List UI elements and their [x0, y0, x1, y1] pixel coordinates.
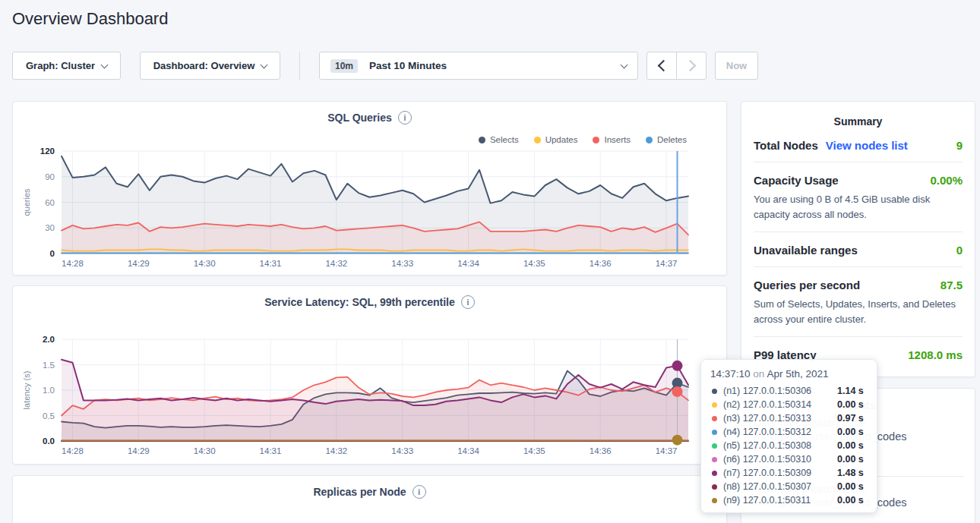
- tooltip-row: (n6) 127.0.0.1:503100.00 s: [710, 452, 868, 466]
- tooltip-color-dot-icon: [712, 484, 717, 490]
- tooltip-value: 0.00 s: [837, 454, 864, 465]
- x-tick-label: 14:35: [523, 446, 545, 455]
- x-tick-label: 14:35: [523, 259, 545, 268]
- x-tick-label: 14:29: [128, 446, 150, 455]
- tooltip-row: (n3) 127.0.0.1:503130.97 s: [710, 411, 868, 425]
- tooltip-value: 1.14 s: [837, 386, 864, 396]
- summary-row-capacity-usage: Capacity Usage 0.00% You are using 0 B o…: [754, 162, 963, 232]
- tooltip-color-dot-icon: [712, 443, 717, 449]
- metrics-page: Overview Dashboard Graph: Cluster Dashbo…: [0, 0, 980, 523]
- highlight-dot: [672, 386, 683, 397]
- tooltip-value: 0.00 s: [837, 427, 864, 437]
- tooltip-row: (n4) 127.0.0.1:503120.00 s: [710, 425, 868, 439]
- tooltip-value: 0.00 s: [837, 399, 864, 410]
- chart-title: Replicas per Node: [313, 486, 406, 498]
- page-title: Overview Dashboard: [12, 9, 168, 29]
- x-tick-label: 14:33: [391, 259, 413, 268]
- x-tick-label: 14:31: [260, 446, 282, 455]
- summary-value: 1208.0 ms: [908, 348, 963, 361]
- y-tick-label: 0.0: [43, 436, 55, 446]
- summary-row-unavailable-ranges: Unavailable ranges 0: [754, 232, 963, 266]
- chevron-left-icon: [657, 60, 669, 72]
- summary-row-queries-per-second: Queries per second 87.5 Sum of Selects, …: [754, 266, 963, 336]
- chevron-down-icon: [101, 61, 109, 68]
- y-tick-label: 90: [45, 172, 55, 181]
- y-tick-label: 30: [45, 223, 55, 232]
- tooltip-color-dot-icon: [712, 471, 717, 476]
- summary-card: Summary Total Nodes View nodes list 9 Ca…: [741, 101, 975, 377]
- y-tick-label: 120: [40, 147, 55, 156]
- tooltip-color-dot-icon: [712, 457, 717, 462]
- x-tick-label: 14:37: [656, 446, 678, 455]
- sql-queries-chart[interactable]: 030609012014:2814:2914:3014:3114:3214:33…: [13, 102, 728, 276]
- view-nodes-link[interactable]: View nodes list: [826, 139, 908, 152]
- tooltip-color-dot-icon: [712, 402, 717, 408]
- summary-label: Total Nodes: [754, 139, 818, 152]
- chart-title-row: Replicas per Node i: [13, 485, 726, 499]
- tooltip-preposition: on: [753, 368, 764, 380]
- tooltip-node-label: (n2) 127.0.0.1:50314: [723, 399, 837, 410]
- tooltip-value: 0.00 s: [837, 440, 864, 451]
- summary-body: Total Nodes View nodes list 9 Capacity U…: [741, 128, 975, 371]
- chevron-down-icon: [621, 61, 628, 68]
- tooltip-node-label: (n9) 127.0.0.1:50311: [723, 495, 837, 506]
- now-button[interactable]: Now: [715, 52, 758, 80]
- summary-value: 9: [956, 139, 963, 152]
- tooltip-value: 0.00 s: [837, 495, 864, 506]
- highlight-dot: [672, 361, 683, 371]
- tooltip-color-dot-icon: [712, 498, 717, 503]
- graph-selector-button[interactable]: Graph: Cluster: [12, 52, 121, 80]
- y-tick-label: 2.0: [43, 335, 55, 344]
- tooltip-row: (n8) 127.0.0.1:503070.00 s: [710, 480, 868, 493]
- x-tick-label: 14:28: [62, 259, 84, 268]
- tooltip-rows: (n1) 127.0.0.1:503061.14 s(n2) 127.0.0.1…: [710, 384, 868, 507]
- dashboard-selector-button[interactable]: Dashboard: Overview: [140, 52, 280, 80]
- x-tick-label: 14:32: [325, 446, 347, 455]
- summary-row-total-nodes: Total Nodes View nodes list 9: [754, 128, 963, 162]
- tooltip-color-dot-icon: [712, 389, 717, 394]
- time-range-label: Past 10 Minutes: [369, 60, 447, 71]
- x-tick-label: 14:37: [656, 259, 678, 268]
- service-latency-chart[interactable]: 0.00.51.01.52.014:2814:2914:3014:3114:32…: [13, 286, 728, 465]
- tooltip-row: (n9) 127.0.0.1:503110.00 s: [710, 493, 868, 507]
- x-tick-label: 14:32: [325, 259, 347, 268]
- tooltip-value: 0.97 s: [837, 413, 864, 424]
- summary-label: Capacity Usage: [754, 174, 839, 187]
- tooltip-row: (n7) 127.0.0.1:503091.48 s: [710, 466, 868, 480]
- tooltip-node-label: (n4) 127.0.0.1:50312: [723, 427, 837, 437]
- tooltip-node-label: (n8) 127.0.0.1:50307: [723, 481, 837, 492]
- x-tick-label: 14:34: [457, 259, 479, 268]
- tooltip-row: (n5) 127.0.0.1:503080.00 s: [710, 439, 868, 452]
- tooltip-node-label: (n6) 127.0.0.1:50310: [723, 454, 837, 465]
- tooltip-row: (n1) 127.0.0.1:503061.14 s: [710, 384, 868, 398]
- summary-description: You are using 0 B of 4.5 GiB usable disk…: [754, 192, 963, 222]
- y-tick-label: 0: [50, 249, 55, 258]
- x-tick-label: 14:28: [62, 446, 84, 455]
- tooltip-title: 14:37:10 on Apr 5th, 2021: [710, 368, 868, 380]
- replicas-per-node-card: Replicas per Node i: [12, 475, 727, 523]
- time-range-button[interactable]: 10m Past 10 Minutes: [319, 52, 638, 80]
- info-icon[interactable]: i: [413, 485, 426, 499]
- y-axis-unit-label: latency (s): [22, 371, 31, 410]
- summary-value: 0: [956, 244, 963, 257]
- x-tick-label: 14:30: [194, 446, 216, 455]
- tooltip-node-label: (n3) 127.0.0.1:50313: [723, 413, 837, 424]
- x-tick-label: 14:36: [590, 259, 612, 268]
- x-tick-label: 14:30: [194, 259, 216, 268]
- service-latency-card: Service Latency: SQL, 99th percentile i …: [12, 285, 727, 465]
- tooltip-value: 0.00 s: [837, 481, 864, 492]
- next-interval-button[interactable]: [676, 52, 707, 80]
- chevron-down-icon: [261, 61, 268, 68]
- tooltip-node-label: (n5) 127.0.0.1:50308: [723, 440, 837, 451]
- summary-label: Queries per second: [754, 279, 860, 291]
- chevron-right-icon: [684, 60, 696, 72]
- prev-interval-button[interactable]: [646, 52, 677, 80]
- y-axis-unit-label: queries: [22, 188, 31, 216]
- hover-tooltip: 14:37:10 on Apr 5th, 2021 (n1) 127.0.0.1…: [700, 359, 877, 513]
- tooltip-value: 1.48 s: [837, 468, 864, 478]
- x-tick-label: 14:36: [590, 446, 612, 455]
- summary-value: 0.00%: [930, 174, 963, 187]
- graph-selector-label: Graph: Cluster: [26, 60, 95, 71]
- y-tick-label: 0.5: [43, 411, 55, 421]
- time-range-badge: 10m: [330, 59, 358, 73]
